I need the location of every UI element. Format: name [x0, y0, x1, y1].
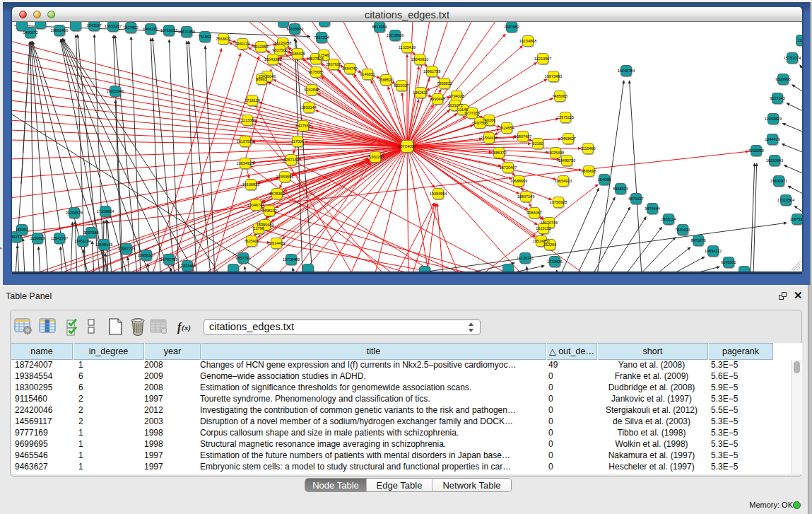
svg-text:8427552: 8427552: [295, 124, 310, 128]
svg-text:1733426: 1733426: [547, 259, 562, 264]
svg-text:9084067: 9084067: [526, 211, 541, 215]
svg-text:29053346: 29053346: [107, 89, 124, 93]
svg-text:20691406: 20691406: [51, 28, 68, 33]
svg-text:10653267: 10653267: [105, 24, 122, 28]
svg-text:7485063: 7485063: [552, 94, 567, 98]
svg-text:8267130: 8267130: [283, 158, 298, 162]
svg-text:1112: 1112: [797, 38, 802, 42]
svg-text:16648784: 16648784: [618, 69, 635, 73]
svg-text:9329966: 9329966: [775, 77, 790, 81]
svg-text:19166825: 19166825: [242, 182, 259, 187]
svg-text:117006: 117006: [291, 139, 304, 144]
svg-text:9245652: 9245652: [721, 260, 736, 264]
svg-text:8938923: 8938923: [613, 187, 628, 191]
svg-text:20206576: 20206576: [66, 211, 83, 215]
svg-text:1041107: 1041107: [86, 23, 101, 28]
svg-text:18640910: 18640910: [411, 57, 428, 62]
svg-text:10807487: 10807487: [514, 134, 531, 139]
svg-text:10961758: 10961758: [423, 69, 440, 74]
svg-text:8678352: 8678352: [269, 192, 284, 196]
svg-text:17957225: 17957225: [118, 247, 135, 251]
svg-text:1527602: 1527602: [123, 25, 138, 30]
svg-text:7632621: 7632621: [675, 228, 690, 232]
svg-text:7357224: 7357224: [314, 35, 329, 40]
svg-text:62160: 62160: [532, 141, 543, 146]
svg-text:9242848: 9242848: [304, 88, 319, 92]
svg-text:8454749: 8454749: [342, 66, 357, 71]
svg-text:10958107: 10958107: [138, 253, 155, 257]
svg-text:1615152: 1615152: [536, 226, 551, 230]
svg-text:2087682: 2087682: [504, 25, 519, 29]
svg-text:19654923: 19654923: [555, 179, 572, 183]
svg-text:15718485: 15718485: [283, 257, 300, 262]
svg-text:16914479: 16914479: [268, 241, 285, 245]
svg-text:12323466: 12323466: [179, 264, 196, 268]
svg-text:9960124: 9960124: [235, 42, 249, 46]
svg-text:8471676: 8471676: [690, 238, 705, 243]
svg-text:252254: 252254: [543, 243, 556, 247]
svg-text:1405572: 1405572: [23, 30, 37, 35]
svg-text:12353594: 12353594: [276, 175, 293, 179]
svg-text:17016504: 17016504: [777, 198, 794, 202]
svg-text:10756928: 10756928: [550, 200, 567, 204]
svg-text:12799: 12799: [253, 226, 264, 230]
svg-text:10025438: 10025438: [547, 151, 564, 155]
svg-text:15720407: 15720407: [500, 165, 517, 170]
svg-text:10654112: 10654112: [705, 249, 722, 253]
svg-text:17359924: 17359924: [97, 209, 114, 214]
svg-text:1244419: 1244419: [765, 137, 779, 141]
svg-text:8322037: 8322037: [394, 83, 408, 88]
svg-text:751552: 751552: [199, 35, 211, 39]
svg-text:18807249: 18807249: [517, 194, 534, 199]
svg-text:9227343: 9227343: [770, 96, 784, 100]
svg-text:14136141: 14136141: [517, 256, 534, 260]
svg-text:2718126: 2718126: [245, 98, 259, 103]
svg-text:19384554: 19384554: [430, 192, 447, 196]
svg-text:11546: 11546: [319, 53, 329, 57]
svg-text:6466160: 6466160: [143, 27, 158, 31]
svg-text:8813054: 8813054: [372, 25, 387, 29]
svg-text:18724007: 18724007: [398, 144, 416, 148]
svg-text:12213967: 12213967: [534, 57, 551, 61]
svg-text:10688609: 10688609: [510, 179, 527, 183]
svg-text:12505135: 12505135: [95, 243, 112, 247]
svg-text:21564436: 21564436: [481, 136, 498, 140]
svg-text:19218506: 19218506: [387, 33, 404, 37]
svg-text:7625402: 7625402: [244, 239, 259, 243]
svg-text:16543382: 16543382: [264, 57, 281, 62]
svg-text:2935114: 2935114: [661, 217, 676, 221]
svg-text:9463627: 9463627: [560, 136, 575, 141]
svg-text:8215958: 8215958: [748, 148, 763, 153]
svg-text:16107553: 16107553: [237, 139, 254, 144]
svg-text:9146821: 9146821: [360, 72, 375, 76]
svg-text:9827500: 9827500: [272, 48, 287, 52]
svg-text:10719155: 10719155: [160, 28, 177, 33]
svg-text:1167533: 1167533: [789, 217, 802, 221]
svg-text:7563822: 7563822: [216, 37, 230, 41]
svg-text:9777169: 9777169: [464, 111, 479, 115]
svg-text:(x): (x): [182, 323, 191, 332]
svg-text:11325419: 11325419: [399, 45, 416, 49]
svg-text:6794028: 6794028: [449, 94, 464, 98]
svg-text:6497568: 6497568: [472, 121, 487, 125]
svg-text:12942737: 12942737: [51, 236, 68, 240]
svg-text:6879197: 6879197: [628, 197, 643, 201]
svg-text:12093823: 12093823: [765, 117, 782, 121]
svg-text:9474444: 9474444: [645, 206, 659, 211]
svg-text:2803144: 2803144: [301, 105, 316, 110]
svg-text:8186326: 8186326: [290, 52, 305, 56]
svg-text:185061: 185061: [16, 228, 28, 232]
svg-text:2867608: 2867608: [326, 62, 341, 66]
svg-text:10120746: 10120746: [541, 221, 558, 225]
svg-text:8912954: 8912954: [253, 45, 268, 49]
svg-text:10033809: 10033809: [286, 27, 303, 31]
svg-text:7955812: 7955812: [437, 81, 452, 86]
svg-text:1362615: 1362615: [413, 90, 428, 95]
svg-text:25300263: 25300263: [367, 155, 384, 159]
svg-text:15751074: 15751074: [784, 56, 801, 60]
svg-text:10046746: 10046746: [247, 203, 264, 207]
svg-text:12975115: 12975115: [557, 115, 574, 119]
svg-text:12213389: 12213389: [239, 118, 256, 122]
svg-text:16782759: 16782759: [160, 257, 177, 262]
svg-text:7886372: 7886372: [491, 151, 506, 155]
